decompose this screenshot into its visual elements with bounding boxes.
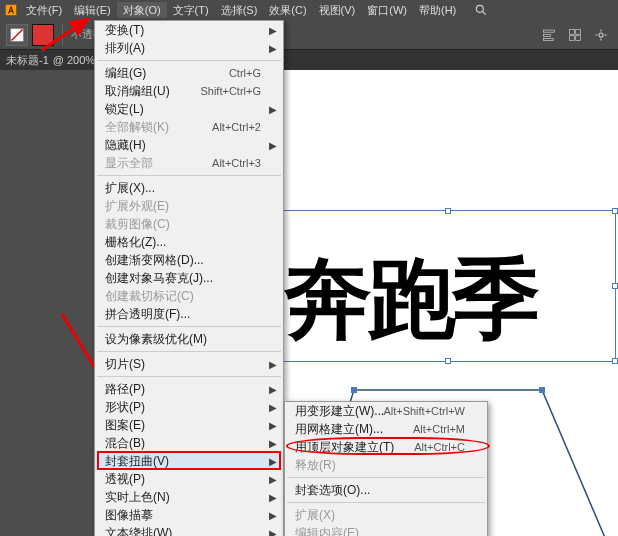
svg-line-1 — [483, 12, 486, 15]
object-menu-item[interactable]: 取消编组(U)Shift+Ctrl+G — [95, 82, 283, 100]
object-menu-item[interactable]: 文本绕排(W)▶ — [95, 524, 283, 536]
submenu-arrow-icon: ▶ — [269, 474, 277, 485]
menu-3[interactable]: 文字(T) — [167, 2, 215, 18]
submenu-arrow-icon: ▶ — [269, 456, 277, 467]
toolbar: 不透明度: — [0, 20, 618, 50]
object-menu-item[interactable]: 拼合透明度(F)... — [95, 305, 283, 323]
svg-point-0 — [477, 5, 484, 12]
submenu-arrow-icon: ▶ — [269, 420, 277, 431]
object-menu-item[interactable]: 图像描摹▶ — [95, 506, 283, 524]
menubar: 文件(F)编辑(E)对象(O)文字(T)选择(S)效果(C)视图(V)窗口(W)… — [0, 0, 618, 20]
svg-rect-8 — [576, 29, 581, 34]
object-menu-item[interactable]: 隐藏(H)▶ — [95, 136, 283, 154]
submenu-arrow-icon: ▶ — [269, 25, 277, 36]
object-menu-item[interactable]: 图案(E)▶ — [95, 416, 283, 434]
envelope-submenu-item[interactable]: 用变形建立(W)...Alt+Shift+Ctrl+W — [285, 402, 487, 420]
object-menu-item[interactable]: 实时上色(N)▶ — [95, 488, 283, 506]
submenu-arrow-icon: ▶ — [269, 43, 277, 54]
menu-2[interactable]: 对象(O) — [117, 2, 167, 18]
submenu-arrow-icon: ▶ — [269, 510, 277, 521]
doc-name: 未标题-1 — [6, 53, 49, 68]
menu-1[interactable]: 编辑(E) — [68, 2, 117, 18]
svg-point-11 — [599, 32, 603, 36]
grid-icon[interactable] — [564, 24, 586, 46]
svg-rect-7 — [569, 29, 574, 34]
object-menu-item: 扩展外观(E) — [95, 197, 283, 215]
submenu-arrow-icon: ▶ — [269, 359, 277, 370]
menu-7[interactable]: 窗口(W) — [361, 2, 413, 18]
doc-zoom: @ 200% — [53, 54, 95, 66]
menu-0[interactable]: 文件(F) — [20, 2, 68, 18]
svg-rect-9 — [569, 35, 574, 40]
submenu-arrow-icon: ▶ — [269, 384, 277, 395]
submenu-arrow-icon: ▶ — [269, 492, 277, 503]
submenu-arrow-icon: ▶ — [269, 140, 277, 151]
object-menu-item[interactable]: 透视(P)▶ — [95, 470, 283, 488]
svg-rect-14 — [539, 387, 545, 393]
stroke-none-icon[interactable] — [6, 24, 28, 46]
svg-rect-5 — [543, 34, 550, 36]
menu-4[interactable]: 选择(S) — [215, 2, 264, 18]
submenu-arrow-icon: ▶ — [269, 402, 277, 413]
fill-swatch[interactable] — [32, 24, 54, 46]
submenu-arrow-icon: ▶ — [269, 528, 277, 537]
object-menu-item[interactable]: 排列(A)▶ — [95, 39, 283, 57]
object-menu-item[interactable]: 创建对象马赛克(J)... — [95, 269, 283, 287]
object-menu-item[interactable]: 栅格化(Z)... — [95, 233, 283, 251]
object-menu-item[interactable]: 形状(P)▶ — [95, 398, 283, 416]
object-menu-item[interactable]: 设为像素级优化(M) — [95, 330, 283, 348]
prefs-icon[interactable] — [590, 24, 612, 46]
align-icon[interactable] — [538, 24, 560, 46]
svg-rect-13 — [351, 387, 357, 393]
menu-6[interactable]: 视图(V) — [313, 2, 362, 18]
object-menu-item[interactable]: 锁定(L)▶ — [95, 100, 283, 118]
object-menu-item[interactable]: 编组(G)Ctrl+G — [95, 64, 283, 82]
envelope-submenu-item: 编辑内容(E) — [285, 524, 487, 536]
object-menu-item: 全部解锁(K)Alt+Ctrl+2 — [95, 118, 283, 136]
object-menu-item: 显示全部Alt+Ctrl+3 — [95, 154, 283, 172]
document-tab[interactable]: 未标题-1 @ 200% — [0, 50, 618, 70]
object-menu-item[interactable]: 变换(T)▶ — [95, 21, 283, 39]
envelope-submenu-item[interactable]: 用网格建立(M)...Alt+Ctrl+M — [285, 420, 487, 438]
object-menu-item[interactable]: 创建渐变网格(D)... — [95, 251, 283, 269]
object-menu-item: 创建裁切标记(C) — [95, 287, 283, 305]
object-menu-item[interactable]: 封套扭曲(V)▶ — [95, 452, 283, 470]
envelope-submenu-item: 释放(R) — [285, 456, 487, 474]
selection-box — [280, 210, 616, 362]
envelope-submenu-item[interactable]: 封套选项(O)... — [285, 481, 487, 499]
app-logo-icon — [2, 1, 20, 19]
menu-5[interactable]: 效果(C) — [263, 2, 312, 18]
envelope-submenu-item: 扩展(X) — [285, 506, 487, 524]
svg-rect-4 — [543, 30, 554, 32]
object-menu-item[interactable]: 切片(S)▶ — [95, 355, 283, 373]
object-menu-item: 裁剪图像(C) — [95, 215, 283, 233]
submenu-arrow-icon: ▶ — [269, 438, 277, 449]
menu-8[interactable]: 帮助(H) — [413, 2, 462, 18]
object-menu-item[interactable]: 扩展(X)... — [95, 179, 283, 197]
search-icon[interactable] — [470, 0, 492, 21]
svg-rect-10 — [576, 35, 581, 40]
object-menu-item[interactable]: 混合(B)▶ — [95, 434, 283, 452]
svg-rect-6 — [543, 38, 553, 40]
object-menu-dropdown: 变换(T)▶排列(A)▶编组(G)Ctrl+G取消编组(U)Shift+Ctrl… — [94, 20, 284, 536]
submenu-arrow-icon: ▶ — [269, 104, 277, 115]
envelope-submenu-item[interactable]: 用顶层对象建立(T)Alt+Ctrl+C — [285, 438, 487, 456]
envelope-distort-submenu: 用变形建立(W)...Alt+Shift+Ctrl+W用网格建立(M)...Al… — [284, 401, 488, 536]
object-menu-item[interactable]: 路径(P)▶ — [95, 380, 283, 398]
